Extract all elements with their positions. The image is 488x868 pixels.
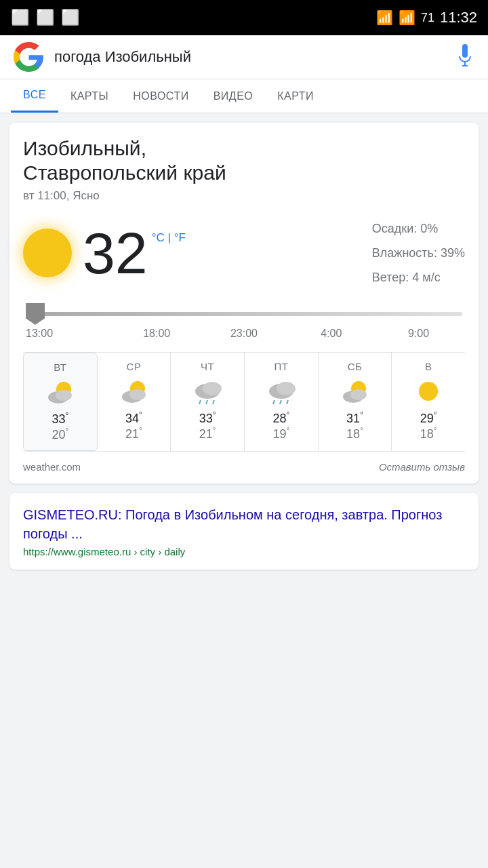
day-3-low: 19°	[247, 426, 315, 441]
tick-1: 13:00	[26, 328, 113, 340]
battery-icon: 71	[421, 11, 434, 25]
clipboard-icon: ⬜	[61, 9, 79, 26]
tick-5: 9:00	[375, 328, 462, 340]
svg-line-12	[206, 400, 207, 404]
city-name: Изобильный, Ставропольский край	[23, 136, 465, 185]
svg-line-18	[287, 400, 288, 404]
forecast-day-3[interactable]: ПТ 28° 19°	[245, 353, 319, 451]
google-logo	[14, 42, 43, 72]
day-2-label: ЧТ	[174, 361, 241, 372]
timeline-bar	[26, 304, 462, 323]
tab-maps[interactable]: КАРТЫ	[58, 81, 121, 112]
svg-line-13	[213, 400, 214, 404]
weather-datetime: вт 11:00, Ясно	[23, 189, 465, 203]
fahrenheit-button[interactable]: °F	[174, 231, 186, 244]
result-title-link[interactable]: GISMETEO.RU: Погода в Изобильном на сего…	[23, 507, 442, 541]
status-time: 11:32	[440, 9, 477, 26]
wind: Ветер: 4 м/с	[372, 265, 465, 290]
source-label: weather.com	[23, 461, 81, 473]
tab-video[interactable]: ВИДЕО	[201, 81, 266, 112]
day-1-low: 21°	[100, 426, 168, 441]
status-right: 📶 📶 71 11:32	[376, 9, 477, 26]
status-icons: ⬜ ⬜ ⬜	[11, 9, 79, 26]
svg-line-17	[280, 400, 281, 404]
precipitation: Осадки: 0%	[372, 216, 465, 241]
day-5-high: 29°	[394, 410, 462, 426]
search-result: GISMETEO.RU: Погода в Изобильном на сего…	[9, 493, 479, 570]
svg-point-8	[129, 389, 146, 400]
day-5-icon	[411, 378, 445, 405]
weather-details: Осадки: 0% Влажность: 39% Ветер: 4 м/с	[372, 216, 465, 290]
signal-icon: 📶	[399, 9, 415, 26]
celsius-button[interactable]: °C	[152, 231, 165, 244]
wifi-icon: 📶	[376, 9, 393, 26]
day-0-icon	[43, 378, 77, 406]
forecast-row: ВТ 33° 20° СР	[23, 352, 465, 452]
svg-line-16	[273, 400, 274, 404]
forecast-day-2[interactable]: ЧТ 33° 21°	[171, 353, 245, 451]
day-3-high: 28°	[247, 410, 315, 426]
day-2-low: 21°	[174, 426, 241, 441]
search-tabs: ВСЕ КАРТЫ НОВОСТИ ВИДЕО КАРТИ	[0, 79, 488, 113]
day-4-high: 31°	[321, 410, 389, 426]
svg-point-5	[56, 390, 72, 401]
forecast-day-0[interactable]: ВТ 33° 20°	[23, 353, 98, 451]
mic-icon[interactable]	[455, 44, 474, 70]
day-1-high: 34°	[100, 410, 168, 426]
svg-rect-0	[462, 44, 468, 58]
forecast-day-5[interactable]: В 29° 18°	[392, 353, 465, 451]
day-0-low: 20°	[26, 427, 94, 442]
day-1-label: СР	[100, 361, 168, 372]
day-3-icon	[264, 378, 298, 405]
svg-point-10	[203, 382, 222, 395]
weather-location: Изобильный, Ставропольский край вт 11:00…	[23, 136, 465, 203]
pocket-icon: ⬜	[36, 9, 54, 26]
weather-source: weather.com Оставить отзыв	[23, 461, 465, 473]
forecast-day-4[interactable]: СБ 31° 18°	[319, 353, 392, 451]
tab-news[interactable]: НОВОСТИ	[121, 81, 201, 112]
timeline: 13:00 18:00 23:00 4:00 9:00	[23, 304, 465, 340]
day-4-icon	[338, 378, 372, 405]
tab-all[interactable]: ВСЕ	[11, 79, 58, 113]
svg-point-22	[419, 382, 438, 401]
tick-4: 4:00	[287, 328, 375, 340]
temperature-bar	[35, 312, 462, 316]
humidity: Влажность: 39%	[372, 241, 465, 265]
timeline-marker	[26, 303, 45, 325]
day-5-label: В	[394, 361, 462, 372]
day-1-icon	[117, 378, 151, 405]
day-0-high: 33°	[26, 411, 94, 427]
unit-separator: |	[167, 231, 174, 244]
day-4-label: СБ	[321, 361, 389, 372]
tick-3: 23:00	[201, 328, 288, 340]
svg-line-11	[199, 400, 201, 404]
temperature: 32	[83, 224, 148, 282]
search-input[interactable]	[54, 48, 445, 66]
search-bar	[0, 35, 488, 79]
day-3-label: ПТ	[247, 361, 315, 372]
temp-units: °C | °F	[152, 222, 186, 245]
svg-point-15	[277, 382, 296, 395]
instagram-icon: ⬜	[11, 9, 29, 26]
forecast-day-1[interactable]: СР 34° 21°	[98, 353, 171, 451]
svg-point-21	[350, 389, 367, 400]
day-2-icon	[190, 378, 224, 405]
sun-icon	[23, 229, 72, 277]
feedback-button[interactable]: Оставить отзыв	[379, 461, 465, 473]
tick-2: 18:00	[113, 328, 201, 340]
day-0-label: ВТ	[26, 361, 94, 373]
tab-images[interactable]: КАРТИ	[265, 81, 326, 112]
timeline-ticks: 13:00 18:00 23:00 4:00 9:00	[26, 323, 462, 340]
day-5-low: 18°	[394, 426, 462, 441]
day-4-low: 18°	[321, 426, 389, 441]
day-2-high: 33°	[174, 410, 241, 426]
weather-card: Изобильный, Ставропольский край вт 11:00…	[9, 123, 479, 484]
weather-main: 32 °C | °F Осадки: 0% Влажность: 39% Вет…	[23, 216, 465, 290]
status-bar: ⬜ ⬜ ⬜ 📶 📶 71 11:32	[0, 0, 488, 35]
result-url: https://www.gismeteo.ru › city › daily	[23, 546, 465, 557]
